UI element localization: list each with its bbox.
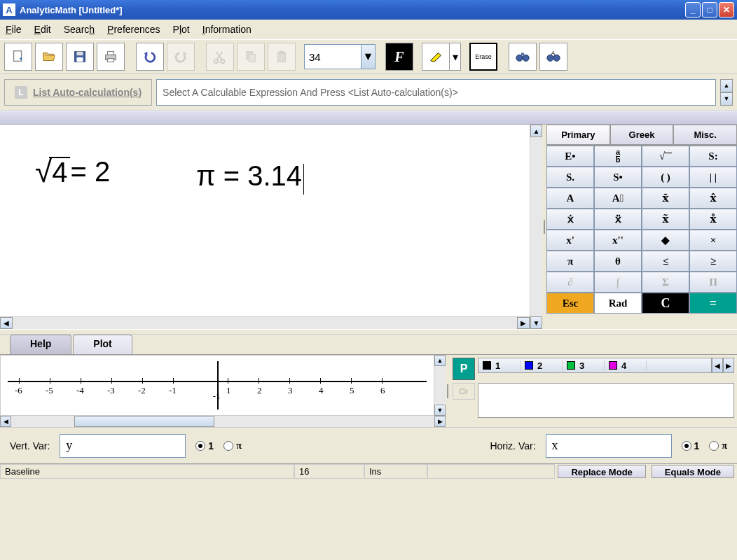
close-button[interactable]: ✕ [719, 2, 734, 18]
palette-btn-3-1[interactable]: ẍ [594, 209, 642, 230]
erase-button[interactable]: Erase [469, 43, 497, 71]
palette-btn-2-2[interactable]: x̄ [642, 188, 689, 209]
highlight-button[interactable] [422, 43, 450, 71]
scroll-up-button[interactable]: ▲ [720, 79, 733, 92]
series-expression-area[interactable] [478, 383, 734, 418]
palette-btn-1-3[interactable]: | | [689, 167, 737, 188]
palette-tab-primary[interactable]: Primary [546, 125, 610, 145]
tick-x-neg--6: -6 [15, 385, 22, 396]
palette-btn-1-2[interactable]: ( ) [642, 167, 689, 188]
horiz-scale-pi-radio[interactable] [709, 441, 719, 451]
list-autocalc-label: List Auto-calculation(s) [33, 87, 142, 98]
svg-text:A: A [550, 50, 555, 57]
editor[interactable]: √4 = 2 π = 3.14 [0, 125, 530, 316]
svg-rect-3 [76, 52, 83, 56]
series-item-4[interactable]: 4 [605, 360, 647, 371]
print-button[interactable] [97, 43, 125, 71]
highlight-dropdown[interactable]: ▾ [450, 43, 461, 71]
plot-hthumb[interactable] [74, 416, 214, 427]
palette-c-button[interactable]: C [642, 293, 689, 314]
palette-btn-2-3[interactable]: x̂ [689, 188, 737, 209]
palette-btn-4-1[interactable]: x'' [594, 230, 642, 251]
font-size-dropdown[interactable]: ▼ [361, 44, 376, 69]
tab-help[interactable]: Help [10, 335, 71, 354]
undo-button[interactable] [136, 43, 164, 71]
plot-htrack[interactable] [11, 416, 434, 427]
hscroll-track[interactable] [13, 317, 517, 329]
horiz-var-input[interactable] [546, 434, 672, 458]
vert-scale-pi-radio[interactable] [223, 441, 233, 451]
palette-btn-3-0[interactable]: ẋ [546, 209, 594, 230]
palette-btn-3-2[interactable]: x̃ [642, 209, 689, 230]
palette-btn-5-2[interactable]: ≤ [642, 251, 689, 272]
palette-btn-1-0[interactable]: S. [546, 167, 594, 188]
palette-btn-1-1[interactable]: S• [594, 167, 642, 188]
tab-plot[interactable]: Plot [73, 335, 132, 354]
menu-preferences[interactable]: Preferences [107, 24, 160, 35]
replace-mode-button[interactable]: Replace Mode [558, 465, 645, 478]
palette-eq-button[interactable]: = [689, 293, 737, 314]
scroll-left-button[interactable]: ◀ [0, 317, 13, 329]
series-nav-left[interactable]: ◀ [712, 358, 723, 373]
plot-canvas[interactable]: -6-5-4-3-2-1123456 -1 [0, 355, 434, 416]
series-item-1[interactable]: 1 [478, 360, 521, 371]
menu-information[interactable]: Information [202, 24, 252, 35]
title-bar: A AnalyticMath [Untitled*] _ □ ✕ [0, 0, 737, 20]
vert-scale-1-radio[interactable] [195, 441, 205, 451]
equals-mode-button[interactable]: Equals Mode [652, 465, 734, 478]
menu-plot[interactable]: Plot [173, 24, 190, 35]
palette-btn-2-0[interactable]: A [546, 188, 594, 209]
font-style-button[interactable]: F [385, 43, 413, 71]
palette-btn-0-1[interactable]: ab [594, 146, 642, 167]
save-button[interactable] [66, 43, 94, 71]
plot-scroll-down[interactable]: ▼ [434, 405, 446, 416]
clear-plot-button[interactable]: Clr [453, 383, 475, 400]
vert-var-input[interactable] [60, 434, 186, 458]
palette-btn-2-1[interactable]: A⃗ [594, 188, 642, 209]
horiz-scale-1-radio[interactable] [682, 441, 691, 451]
palette-btn-0-2[interactable]: √ [642, 146, 689, 167]
plot-scroll-right[interactable]: ▶ [434, 416, 446, 427]
vscroll-track[interactable] [530, 137, 542, 316]
palette-rad-button[interactable]: Rad [594, 293, 642, 314]
list-autocalc-button[interactable]: L List Auto-calculation(s) [4, 79, 152, 106]
open-button[interactable] [35, 43, 63, 71]
font-size-input[interactable] [304, 44, 361, 69]
plot-scroll-up[interactable]: ▲ [434, 355, 446, 366]
palette-btn-5-0[interactable]: π [546, 251, 594, 272]
scroll-right-button[interactable]: ▶ [517, 317, 530, 329]
series-item-3[interactable]: 3 [563, 360, 605, 371]
palette-btn-5-1[interactable]: θ [594, 251, 642, 272]
palette-tab-misc[interactable]: Misc. [673, 125, 737, 145]
palette-btn-0-3[interactable]: S: [689, 146, 737, 167]
tick-x-neg--3: -3 [107, 385, 115, 396]
series-item-2[interactable]: 2 [521, 360, 563, 371]
binoculars-a-icon: A [546, 49, 561, 64]
find-button[interactable] [509, 43, 537, 71]
palette-esc-button[interactable]: Esc [546, 293, 594, 314]
scroll-up-button[interactable]: ▲ [530, 125, 542, 137]
menu-file[interactable]: File [6, 24, 22, 35]
plot-p-button[interactable]: P [453, 358, 475, 380]
horizontal-splitter[interactable] [0, 329, 737, 335]
plot-scroll-left[interactable]: ◀ [0, 416, 11, 427]
new-button[interactable]: * [4, 43, 32, 71]
find-text-button[interactable]: A [539, 43, 567, 71]
scroll-down-button[interactable]: ▼ [720, 92, 733, 106]
palette-btn-3-3[interactable]: x̊ [689, 209, 737, 230]
palette-btn-5-3[interactable]: ≥ [689, 251, 737, 272]
plot-vtrack[interactable] [434, 366, 446, 405]
series-nav-right[interactable]: ▶ [723, 358, 734, 373]
scroll-down-button[interactable]: ▼ [530, 316, 542, 329]
palette-btn-4-0[interactable]: x' [546, 230, 594, 251]
palette-btn-4-3[interactable]: × [689, 230, 737, 251]
menu-edit[interactable]: Edit [34, 24, 51, 35]
menu-search[interactable]: Search [64, 24, 95, 35]
palette-tab-greek[interactable]: Greek [610, 125, 674, 145]
expression-sqrt: √4 = 2 [35, 154, 110, 189]
palette-btn-0-0[interactable]: E• [546, 146, 594, 167]
palette-btn-4-2[interactable]: ◆ [642, 230, 689, 251]
minimize-button[interactable]: _ [685, 2, 701, 18]
maximize-button[interactable]: □ [702, 2, 717, 18]
text-cursor [303, 164, 304, 195]
